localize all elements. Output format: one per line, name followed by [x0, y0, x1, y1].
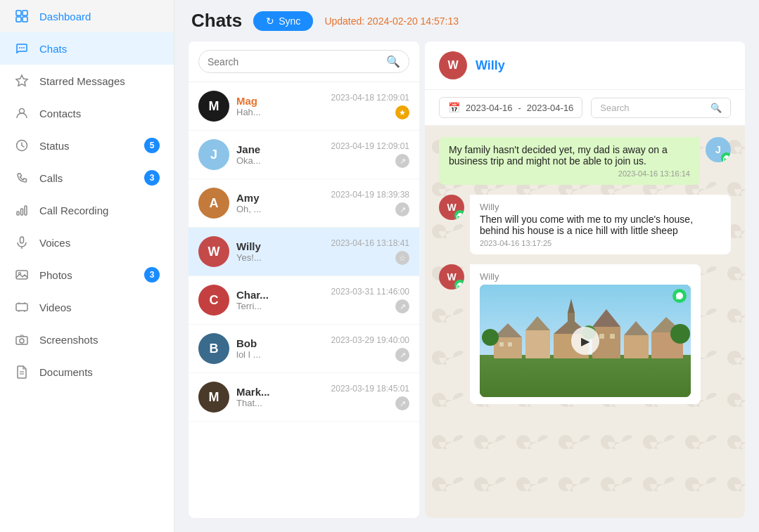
chat-meta-bob: 2023-03-29 19:40:00 ↗ [331, 335, 409, 362]
svg-point-39 [670, 324, 690, 344]
chat-preview-jane: Oka... [236, 155, 324, 166]
chat-preview-char: Terri... [236, 301, 324, 311]
header: Chats ↻ Sync Updated: 2024-02-20 14:57:1… [174, 0, 759, 41]
svg-rect-42 [599, 334, 604, 339]
avatar-willy: W [198, 236, 229, 267]
chat-info-jane: Jane Oka... [236, 143, 324, 166]
chat-item-willy[interactable]: W Willy Yes!... 2023-04-16 13:18:41 ☆ [189, 228, 419, 276]
chat-item-jane[interactable]: J Jane Oka... 2023-04-19 12:09:01 ↗ [189, 131, 419, 179]
date-to: 2023-04-16 [527, 103, 574, 113]
sidebar-label-documents: Documents [39, 366, 93, 378]
date-separator: - [518, 103, 521, 113]
sidebar-item-status[interactable]: Status 5 [0, 129, 174, 162]
chat-item-amy[interactable]: A Amy Oh, ... 2023-04-19 18:39:38 ↗ [189, 179, 419, 228]
sidebar-label-photos: Photos [39, 269, 72, 281]
calendar-icon: 📅 [448, 102, 460, 113]
chat-name-bob: Bob [236, 337, 324, 349]
svg-rect-41 [508, 342, 512, 346]
sidebar: Dashboard Chats Starred Messages [0, 0, 174, 532]
svg-rect-0 [16, 11, 21, 15]
sidebar-item-screenshots[interactable]: Screenshots [0, 323, 174, 356]
chat-time-willy: 2023-04-16 13:18:41 [331, 238, 409, 248]
chat-info-willy: Willy Yes!... [236, 240, 324, 263]
main-area: Chats ↻ Sync Updated: 2024-02-20 14:57:1… [174, 0, 759, 532]
chat-search-icon: 🔍 [386, 55, 400, 68]
chat-info-char: Char... Terri... [236, 289, 324, 311]
avatar-mark: M [198, 382, 229, 413]
bubble-outgoing-1: My family hasn't decided yet, my dad is … [439, 137, 700, 185]
bubble-incoming-3: Willy [470, 264, 701, 404]
chat-name-jane: Jane [236, 143, 324, 155]
chat-name-amy: Amy [236, 192, 324, 204]
sidebar-item-documents[interactable]: Documents [0, 356, 174, 388]
chat-name-mag: Mag [236, 95, 324, 107]
msg-text-1: My family hasn't decided yet, my dad is … [449, 144, 690, 167]
sidebar-label-callrec: Call Recording [39, 205, 108, 216]
svg-rect-43 [610, 334, 615, 339]
chat-time-bob: 2023-03-29 19:40:00 [331, 335, 409, 345]
chat-time-mark: 2023-03-19 18:45:01 [331, 384, 409, 394]
svg-rect-9 [17, 212, 19, 215]
gray-badge-char: ↗ [395, 299, 409, 313]
sidebar-label-status: Status [39, 140, 70, 152]
svg-rect-16 [16, 304, 27, 311]
avatar-jane: J [198, 139, 229, 170]
avatar-mag: M [198, 91, 229, 122]
sidebar-label-chats: Chats [39, 43, 67, 55]
msg-sender-2: Willy [480, 202, 721, 212]
sidebar-label-screenshots: Screenshots [39, 334, 98, 346]
sidebar-item-voices[interactable]: Voices [0, 226, 174, 259]
star-icon [14, 73, 30, 89]
starred-badge-mag: ★ [395, 105, 409, 119]
chat-filter-search[interactable]: Search 🔍 [591, 98, 731, 118]
chat-search-input[interactable] [208, 56, 381, 67]
date-range-picker[interactable]: 📅 2023-04-16 - 2023-04-16 [439, 97, 582, 118]
chat-info-amy: Amy Oh, ... [236, 192, 324, 214]
video-thumbnail[interactable]: ▶ [480, 285, 691, 397]
svg-rect-10 [21, 209, 23, 215]
svg-rect-2 [16, 17, 21, 22]
page-title: Chats [191, 10, 242, 32]
chat-info-mark: Mark... That... [236, 386, 324, 408]
gray-badge-amy: ↗ [395, 202, 409, 216]
updated-timestamp: Updated: 2024-02-20 14:57:13 [324, 15, 459, 27]
detail-contact-name: Willy [476, 58, 505, 73]
chat-filter-bar: 📅 2023-04-16 - 2023-04-16 Search 🔍 [425, 90, 745, 126]
sidebar-item-photos[interactable]: Photos 3 [0, 259, 174, 291]
sync-button[interactable]: ↻ Sync [253, 11, 313, 31]
svg-rect-3 [23, 17, 27, 22]
mic-icon [14, 235, 30, 250]
sidebar-item-dashboard[interactable]: Dashboard [0, 0, 174, 32]
chat-item-mag[interactable]: M Mag Hah... 2023-04-18 12:09:01 ★ [189, 82, 419, 131]
svg-rect-24 [525, 330, 550, 358]
msg-time-1: 2023-04-16 13:16:14 [449, 169, 690, 178]
bubble-incoming-2: Willy Then will you come with me to my u… [470, 195, 731, 254]
svg-rect-1 [23, 11, 27, 15]
sidebar-item-starred[interactable]: Starred Messages [0, 65, 174, 97]
svg-point-6 [23, 47, 25, 48]
sidebar-label-contacts: Contacts [39, 108, 81, 119]
sidebar-item-calls[interactable]: Calls 3 [0, 162, 174, 194]
chat-info-mag: Mag Hah... [236, 95, 324, 117]
chat-name-char: Char... [236, 289, 324, 301]
svg-point-5 [21, 47, 23, 48]
msg-time-2: 2023-04-16 13:17:25 [480, 239, 721, 247]
sidebar-item-chats[interactable]: Chats [0, 32, 174, 65]
svg-rect-35 [568, 313, 575, 334]
sidebar-item-callrec[interactable]: Call Recording [0, 194, 174, 226]
chat-item-bob[interactable]: B Bob lol I ... 2023-03-29 19:40:00 ↗ [189, 325, 419, 373]
chat-item-char[interactable]: C Char... Terri... 2023-03-31 11:46:00 ↗ [189, 276, 419, 325]
play-button[interactable]: ▶ [571, 327, 599, 355]
content-area: 🔍 M Mag Hah... 2023-04-18 12:09:01 ★ [174, 41, 759, 532]
sync-label: Sync [279, 15, 300, 27]
msg-avatar-in-2: W [439, 195, 464, 220]
chat-info-bob: Bob lol I ... [236, 337, 324, 360]
gray-badge-bob: ↗ [395, 348, 409, 362]
sidebar-item-videos[interactable]: Videos [0, 291, 174, 323]
svg-rect-12 [20, 237, 24, 243]
whatsapp-indicator-3 [454, 280, 464, 290]
chat-search-bar: 🔍 [189, 41, 419, 82]
chat-item-mark[interactable]: M Mark... That... 2023-03-19 18:45:01 ↗ [189, 373, 419, 422]
chat-search-wrap[interactable]: 🔍 [198, 50, 409, 73]
sidebar-item-contacts[interactable]: Contacts [0, 97, 174, 129]
